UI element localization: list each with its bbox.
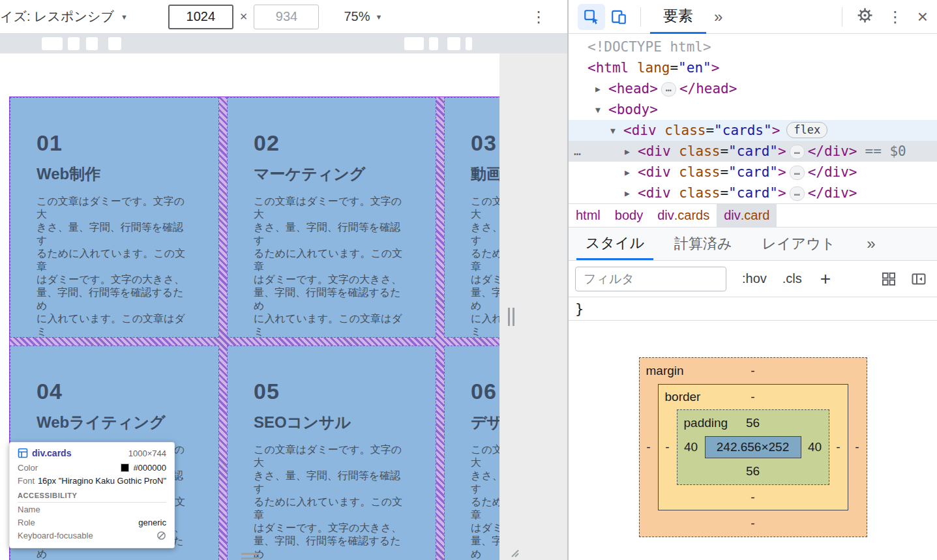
device-toolbar-icon (610, 8, 627, 25)
card-03[interactable]: 03 動画 この文章はダミーです。文字の大 きさ、量、字間、行間等を確認す るた… (444, 97, 499, 338)
toolbar-separator (640, 7, 641, 27)
dom-node-html[interactable]: <html lang="en"> (569, 57, 937, 78)
border-top-value[interactable]: - (751, 390, 754, 404)
tab-layout[interactable]: レイアウト (753, 228, 845, 260)
device-size-select[interactable]: イズ: レスポンシブ ▼ (0, 8, 128, 25)
box-model-padding-ring[interactable]: padding 56 40 242.656×252 40 (677, 409, 829, 485)
browser-window: イズ: レスポンシブ ▼ × 75% ▼ ⋮ (0, 0, 937, 560)
tab-computed[interactable]: 計算済み (665, 228, 741, 260)
breadcrumb: html body div.cards div.card (569, 203, 937, 227)
card-05[interactable]: 05 SEOコンサル この文章はダミーです。文字の大 きさ、量、字間、行間等を確… (227, 346, 436, 560)
viewport-width-input[interactable] (168, 5, 233, 29)
twisty-collapsed-icon[interactable]: ▶ (625, 141, 638, 162)
media-query-segment[interactable] (68, 37, 80, 50)
zoom-select[interactable]: 75% ▼ (344, 9, 382, 24)
a11y-name-label: Name (18, 505, 40, 514)
viewport-resize-handle-right[interactable] (508, 308, 514, 326)
media-query-segment[interactable] (42, 37, 63, 50)
tooltip-color-row: Color #000000 (18, 461, 166, 474)
media-query-segment[interactable] (447, 37, 460, 50)
settings-button[interactable] (857, 7, 873, 26)
styles-filter-input[interactable] (575, 267, 726, 291)
box-model-margin-ring[interactable]: margin - - border - - (639, 357, 867, 537)
padding-label: padding (684, 416, 728, 430)
dom-node-body[interactable]: ▼<body> (569, 99, 937, 120)
border-right-value[interactable]: - (829, 440, 848, 454)
border-left-value[interactable]: - (659, 440, 677, 454)
breadcrumb-item-div-cards[interactable]: div.cards (650, 204, 717, 227)
card-01[interactable]: 01 Web制作 この文章はダミーです。文字の大 きさ、量、字間、行間等を確認す… (10, 97, 219, 338)
box-model-border-ring[interactable]: border - - padding 56 40 (658, 384, 848, 510)
twisty-collapsed-icon[interactable]: ▶ (625, 162, 638, 183)
device-toolbar: イズ: レスポンシブ ▼ × 75% ▼ ⋮ (0, 0, 567, 34)
toggle-class-button[interactable]: .cls (782, 271, 802, 286)
padding-top-value[interactable]: 56 (746, 416, 760, 430)
device-toolbar-toggle-button[interactable] (605, 4, 632, 30)
media-query-segment[interactable] (404, 37, 424, 50)
dimension-separator: × (240, 9, 248, 24)
inspect-element-button[interactable] (578, 4, 605, 30)
gear-icon (857, 7, 873, 23)
dom-node-div-card-selected[interactable]: … ▶<div class="card">…</div>== $0 (569, 141, 937, 162)
style-rule-closing-brace[interactable]: } (569, 297, 937, 321)
devtools-kebab-menu-icon[interactable]: ⋮ (887, 8, 903, 26)
dom-node-div-cards[interactable]: ▼<div class="cards">flex (569, 120, 937, 141)
zoom-value: 75% (344, 9, 370, 24)
more-tabs-icon[interactable]: » (714, 8, 722, 26)
toggle-element-state-button[interactable]: :hov (742, 271, 767, 286)
box-model-content-box[interactable]: 242.656×252 (705, 436, 801, 458)
dom-node-div-card[interactable]: ▶<div class="card">…</div> (569, 183, 937, 203)
breadcrumb-item-body[interactable]: body (608, 204, 650, 227)
margin-bottom-value[interactable]: - (751, 516, 754, 531)
breadcrumb-item-html[interactable]: html (569, 204, 608, 227)
media-query-segment[interactable] (86, 37, 98, 50)
margin-left-value[interactable]: - (640, 440, 658, 454)
more-sidebar-tabs-icon[interactable]: » (867, 228, 875, 260)
close-devtools-icon[interactable]: × (917, 8, 928, 26)
card-title: Web制作 (37, 164, 192, 184)
card-number: 06 (471, 379, 499, 404)
twisty-collapsed-icon[interactable]: ▶ (625, 183, 638, 204)
border-bottom-value[interactable]: - (751, 490, 754, 505)
padding-bottom-value[interactable]: 56 (746, 464, 760, 479)
dom-node-div-card[interactable]: ▶<div class="card">…</div> (569, 162, 937, 183)
card-02[interactable]: 02 マーケティング この文章はダミーです。文字の大 きさ、量、字間、行間等を確… (227, 97, 436, 338)
twisty-expanded-icon[interactable]: ▼ (610, 121, 623, 141)
twisty-collapsed-icon[interactable]: ▶ (595, 79, 608, 100)
dom-node-doctype[interactable]: <!DOCTYPE html> (569, 37, 937, 57)
element-icon (18, 448, 28, 458)
tooltip-name-row: Name (18, 503, 166, 516)
not-focusable-icon (156, 531, 166, 540)
media-query-segment[interactable] (466, 37, 472, 50)
card-06[interactable]: 06 デザ この文章はダミーです。文字の大 きさ、量、字間、行間等を確認す るた… (444, 346, 499, 560)
device-toolbar-kebab-icon[interactable]: ⋮ (531, 9, 546, 25)
toolbar-separator (842, 7, 842, 27)
inspect-icon (583, 8, 600, 25)
viewport-resize-handle-bottom[interactable] (241, 553, 260, 559)
a11y-role-value: generic (138, 518, 166, 527)
margin-top-value[interactable]: - (751, 364, 754, 378)
card-title: Webライティング (37, 412, 192, 433)
viewport-height-input[interactable] (254, 5, 319, 29)
viewport-resize-handle-corner[interactable] (508, 546, 520, 560)
media-query-segment[interactable] (429, 37, 438, 50)
style-grid-icon[interactable] (881, 271, 897, 287)
new-style-rule-icon[interactable]: + (820, 269, 831, 289)
margin-right-value[interactable]: - (848, 440, 867, 454)
tab-styles[interactable]: スタイル (576, 228, 653, 260)
media-query-segment[interactable] (108, 37, 121, 50)
sidebar-tabs: スタイル 計算済み レイアウト » (569, 227, 937, 261)
padding-right-value[interactable]: 40 (801, 440, 829, 454)
card-title: 動画 (471, 164, 499, 184)
styles-filter-row: :hov .cls + (569, 261, 937, 297)
toggle-sidebar-icon[interactable] (911, 271, 927, 287)
node-overflow-menu-icon[interactable]: … (574, 141, 581, 162)
chevron-down-icon: ▼ (375, 13, 382, 21)
dom-node-head[interactable]: ▶<head>…</head> (569, 78, 937, 99)
breadcrumb-item-div-card[interactable]: div.card (717, 204, 777, 227)
padding-left-value[interactable]: 40 (677, 440, 705, 454)
card-title: マーケティング (254, 164, 409, 184)
twisty-expanded-icon[interactable]: ▼ (595, 100, 608, 121)
device-mode-pane: イズ: レスポンシブ ▼ × 75% ▼ ⋮ (0, 0, 567, 560)
tab-elements[interactable]: 要素 (650, 0, 706, 34)
